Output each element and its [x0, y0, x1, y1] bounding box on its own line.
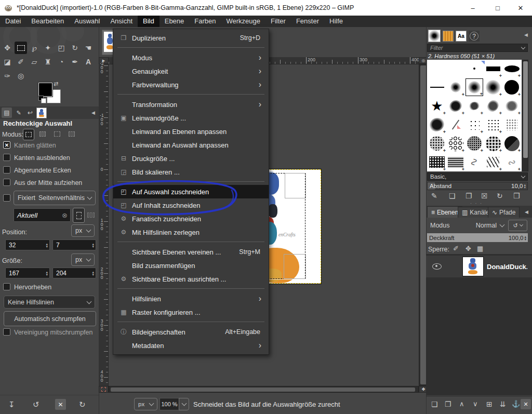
menu-bild[interactable]: Bild: [138, 16, 159, 27]
menu-fenster[interactable]: Fenster: [291, 16, 324, 27]
tab-brushes[interactable]: [428, 30, 441, 42]
portrait-orientation-button[interactable]: [73, 208, 85, 223]
delete-brush-icon[interactable]: ☒: [481, 192, 488, 200]
quick-mask-button[interactable]: [99, 386, 109, 393]
transform-tool[interactable]: ↻: [69, 42, 81, 54]
tab-tool-options[interactable]: ▤: [2, 108, 12, 118]
bucket-fill-tool[interactable]: ◪: [1, 56, 14, 68]
menu-hilfe[interactable]: Hilfe: [324, 16, 348, 27]
clone-tool[interactable]: ♜: [42, 56, 54, 68]
size-height-spinner[interactable]: 204 ▴▾: [52, 268, 96, 278]
brush-thumbnail[interactable]: [469, 102, 480, 110]
brush-thumbnail[interactable]: [506, 101, 518, 111]
mode-replace-button[interactable]: [23, 129, 34, 140]
edit-brush-icon[interactable]: ✎: [431, 192, 437, 200]
menu-werkzeuge[interactable]: Werkzeuge: [221, 16, 266, 27]
menu-item-transformation[interactable]: Transformation›: [113, 98, 269, 111]
menu-item-auf-auswahl-zuschneiden[interactable]: ◰Auf Auswahl zuschneiden: [113, 185, 269, 198]
rounded-corners-checkbox[interactable]: [3, 166, 10, 173]
menu-bearbeiten[interactable]: Bearbeiten: [26, 16, 69, 27]
brush-thumbnail[interactable]: [504, 65, 520, 72]
status-unit-dropdown[interactable]: px: [134, 398, 157, 410]
lock-position-icon[interactable]: ✥: [466, 245, 471, 252]
aspect-ratio-input[interactable]: Aktuell ⊗: [14, 208, 71, 222]
save-tool-preset-icon[interactable]: ↧: [8, 400, 15, 409]
menu-datei[interactable]: Datei: [0, 16, 26, 27]
swap-colors-icon[interactable]: ⇄: [54, 81, 58, 87]
spinner-arrows[interactable]: ▴▾: [46, 243, 49, 248]
layer-mode-switch-button[interactable]: ↺: [508, 220, 527, 231]
crop-tool[interactable]: ◰: [55, 42, 68, 54]
selection-handle[interactable]: [285, 173, 306, 198]
fuzzy-select-tool[interactable]: ✦: [42, 42, 54, 54]
vertical-ruler[interactable]: -200 -100 0 100 200 300 400: [99, 64, 109, 386]
spacing-slider[interactable]: Abstand 10,0 ▴▾: [427, 182, 528, 190]
menu-item-genauigkeit[interactable]: Genauigkeit›: [113, 64, 269, 78]
horizontal-scrollbar[interactable]: [109, 386, 419, 393]
brush-grid[interactable]: ★ ∿ ∾: [427, 60, 522, 171]
menu-item-hilfslinien[interactable]: Hilfslinien›: [113, 292, 269, 305]
raise-layer-icon[interactable]: ∧: [459, 400, 464, 408]
brush-thumbnail[interactable]: [449, 100, 462, 112]
brush-thumbnail[interactable]: ∾: [506, 155, 517, 169]
tab-undo-history[interactable]: ↩: [25, 108, 35, 118]
menu-item-duplizieren[interactable]: ❐DuplizierenStrg+D: [113, 31, 269, 45]
collapse-left-dock-icon[interactable]: ◀: [91, 110, 95, 115]
brush-thumbnail[interactable]: [486, 66, 500, 71]
shrink-merged-checkbox[interactable]: [3, 328, 10, 336]
tab-image-thumbnail[interactable]: [36, 108, 47, 118]
position-unit-dropdown[interactable]: px: [71, 224, 95, 237]
menu-item-druckgroesse[interactable]: ⊟Druckgröße ...: [113, 152, 269, 165]
brush-thumbnail[interactable]: [448, 136, 463, 151]
menu-filter[interactable]: Filter: [265, 16, 291, 27]
horizontal-scrollbar-thumb[interactable]: [111, 388, 415, 392]
tab-help[interactable]: ?: [469, 31, 480, 42]
spinner-arrows[interactable]: ▴▾: [92, 271, 96, 276]
dock-splitter-handle[interactable]: · · ·: [470, 201, 483, 206]
menu-item-metadaten[interactable]: Metadaten›: [113, 339, 269, 352]
refresh-brushes-icon[interactable]: ↻: [497, 192, 503, 200]
warp-tool[interactable]: ☚: [82, 42, 95, 54]
brush-thumbnail[interactable]: [487, 157, 499, 167]
move-tool[interactable]: ✥: [1, 42, 14, 54]
status-zoom-dropdown-button[interactable]: [179, 398, 189, 410]
menu-ebene[interactable]: Ebene: [159, 16, 190, 27]
restore-tool-preset-icon[interactable]: ↺: [33, 400, 39, 409]
spinner-arrows[interactable]: ▴▾: [524, 235, 528, 241]
duplicate-brush-icon[interactable]: ❐: [466, 192, 472, 200]
text-tool[interactable]: A: [82, 56, 95, 68]
menu-item-bild-skalieren[interactable]: ◲Bild skalieren ...: [113, 165, 269, 179]
brush-thumbnail[interactable]: [467, 136, 482, 151]
feather-checkbox[interactable]: [3, 154, 10, 161]
brush-thumbnail[interactable]: [486, 136, 501, 151]
brush-scrollbar-thumb[interactable]: [523, 61, 528, 158]
delete-tool-preset-button[interactable]: ✕: [55, 399, 66, 410]
menu-item-bildeigenschaften[interactable]: ⓘBildeigenschaftenAlt+Eingabe: [113, 325, 269, 339]
layer-thumbnail[interactable]: [462, 257, 484, 276]
duplicate-layer-icon[interactable]: ⊞: [486, 400, 493, 408]
maximize-button[interactable]: □: [486, 0, 509, 16]
antialias-checkbox[interactable]: ✕: [3, 141, 10, 149]
zoom-tool[interactable]: ◎: [15, 70, 27, 82]
brush-thumbnail[interactable]: [506, 119, 517, 130]
selection-handle[interactable]: [284, 254, 306, 279]
brush-thumbnail[interactable]: [504, 136, 520, 151]
fixed-checkbox[interactable]: [3, 194, 10, 202]
rectangle-select-tool[interactable]: [15, 42, 27, 54]
spinner-arrows[interactable]: ▴▾: [46, 271, 49, 276]
menu-item-farbverwaltung[interactable]: Farbverwaltung›: [113, 78, 269, 91]
close-button[interactable]: ✕: [509, 0, 532, 16]
collapse-layers-dock-icon[interactable]: ◀: [525, 209, 528, 215]
brush-thumbnail[interactable]: [486, 98, 500, 114]
clear-field-icon[interactable]: ⊗: [62, 211, 70, 219]
menu-item-leinwand-auswahl[interactable]: Leinwand an Auswahl anpassen: [113, 138, 269, 152]
tab-fonts[interactable]: Aa: [456, 31, 467, 42]
tab-patterns[interactable]: [443, 31, 454, 42]
menu-item-hilfslinien-zerlegen[interactable]: ⚙Mit Hilfslinien zerlegen: [113, 225, 269, 239]
position-x-spinner[interactable]: 32 ▴▾: [5, 239, 50, 250]
menu-auswahl[interactable]: Auswahl: [69, 16, 105, 27]
guides-dropdown[interactable]: Keine Hilfslinien: [4, 296, 95, 309]
new-layer-group-icon[interactable]: ❐: [445, 400, 451, 408]
brush-thumbnail[interactable]: [448, 157, 463, 167]
size-width-spinner[interactable]: 167 ▴▾: [5, 268, 50, 278]
